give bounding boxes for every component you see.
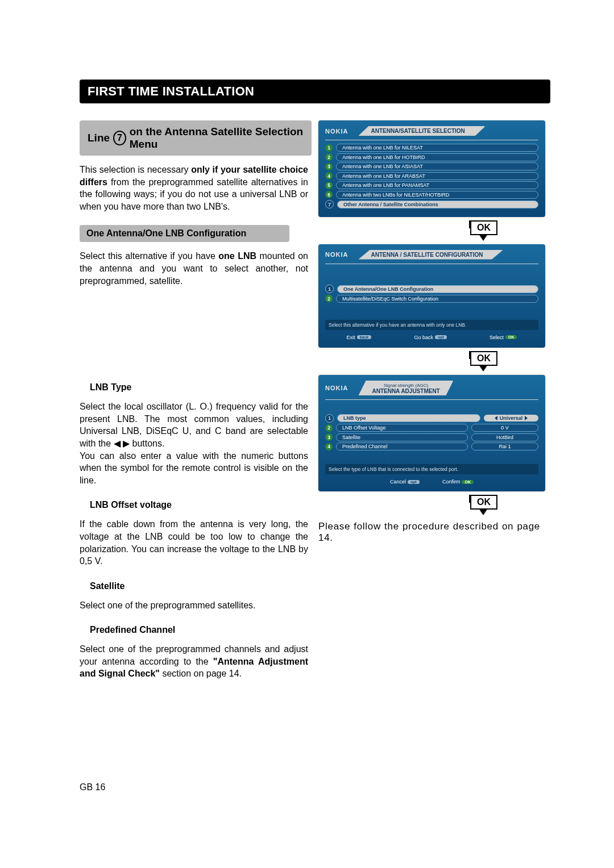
page-footer: GB 16 bbox=[80, 782, 308, 792]
ok-arrow-2: OK bbox=[426, 351, 540, 372]
item-label: Antenna with one LNB for ARABSAT bbox=[336, 172, 538, 180]
section-one-antenna: One Antenna/One LNB Configuration bbox=[80, 225, 289, 242]
arrow-down-icon bbox=[479, 508, 488, 515]
text: from the preprogrammed satellite alterna… bbox=[80, 177, 308, 211]
settings-value: Rai 1 bbox=[471, 443, 538, 450]
item-number-icon: 2 bbox=[325, 153, 333, 161]
page-section-header: FIRST TIME INSTALLATION bbox=[80, 80, 550, 103]
item-label: Multisatellite/DiSEqC Switch Configurati… bbox=[336, 295, 538, 303]
satellite-heading: Satellite bbox=[90, 581, 308, 591]
settings-value: HotBird bbox=[471, 433, 538, 441]
menu-item[interactable]: 2Multisatellite/DiSEqC Switch Configurat… bbox=[325, 295, 538, 303]
tv-title: ANTENNA/SATELLITE SELECTION bbox=[358, 126, 485, 136]
brand-logo: NOKIA bbox=[325, 385, 348, 391]
subheader-pre: Line bbox=[88, 132, 110, 144]
ok-label: OK bbox=[470, 220, 497, 235]
item-number-icon: 1 bbox=[325, 144, 333, 152]
predefined-channel-body: Select one of the preprogrammed channels… bbox=[80, 643, 308, 680]
predefined-channel-heading: Predefined Channel bbox=[90, 625, 308, 635]
circled-number: 7 bbox=[113, 131, 126, 145]
item-label: Antenna with one LNB for ASIASAT bbox=[336, 162, 538, 170]
item-number-icon: 5 bbox=[325, 182, 333, 189]
help-text: Select this alternative if you have an a… bbox=[325, 320, 538, 330]
chevron-left-icon bbox=[495, 416, 497, 420]
go-back-button[interactable]: Go back opt bbox=[414, 335, 447, 340]
item-label: Other Antenna / Satellite Combinations bbox=[337, 201, 538, 208]
menu-item[interactable]: 6Antenna with two LNBs for NILESAT/HOTBI… bbox=[325, 191, 538, 199]
value-text: Universal bbox=[500, 415, 523, 421]
settings-row[interactable]: 2LNB Offset Voltage0 V bbox=[325, 424, 538, 432]
right-column: NOKIA ANTENNA/SATELLITE SELECTION 1Anten… bbox=[318, 120, 540, 544]
menu-item[interactable]: 1One Antenna/One LNB Configuration bbox=[325, 285, 538, 293]
ok-arrow-1: OK bbox=[426, 220, 540, 241]
ok-label: OK bbox=[470, 495, 497, 510]
menu-item[interactable]: 2Antenna with one LNB for HOTBIRD bbox=[325, 153, 538, 161]
arrow-down-icon bbox=[479, 234, 488, 241]
tv-title: ANTENNA / SATELLITE CONFIGURATION bbox=[358, 250, 503, 260]
satellite-body: Select one of the preprogrammed satellit… bbox=[80, 599, 308, 612]
item-number-icon: 3 bbox=[325, 433, 333, 441]
select-button[interactable]: Select OK bbox=[489, 335, 517, 340]
lnb-offset-heading: LNB Offset voltage bbox=[90, 500, 308, 510]
settings-row[interactable]: 4Predefined ChannelRai 1 bbox=[325, 443, 538, 450]
item-number-icon: 1 bbox=[325, 414, 334, 423]
item-number-icon: 6 bbox=[325, 191, 333, 198]
tv-screen-configuration: NOKIA ANTENNA / SATELLITE CONFIGURATION … bbox=[318, 244, 545, 348]
item-number-icon: 4 bbox=[325, 443, 333, 450]
menu-item[interactable]: 1Antenna with one LNB for NILESAT bbox=[325, 144, 538, 152]
tv-screen-adjustment: NOKIA Signal strength (AGC) ANTENNA ADJU… bbox=[318, 375, 545, 492]
text-bold: one LNB bbox=[218, 251, 256, 261]
settings-label: Satellite bbox=[336, 433, 468, 441]
settings-label: LNB type bbox=[337, 414, 480, 422]
item-label: Antenna with one LNB for NILESAT bbox=[336, 144, 538, 152]
subheader-post: on the Antenna Satellite Selection Menu bbox=[130, 126, 304, 151]
cancel-button[interactable]: Cancel opt bbox=[390, 479, 420, 485]
section-one-body: Select this alternative if you have one … bbox=[80, 250, 308, 287]
procedure-note: Please follow the procedure described on… bbox=[318, 521, 540, 544]
item-number-icon: 4 bbox=[325, 172, 333, 180]
settings-row[interactable]: 1LNB typeUniversal bbox=[325, 414, 538, 423]
exit-button[interactable]: Exit back bbox=[347, 335, 372, 340]
menu-item[interactable]: 4Antenna with one LNB for ARABSAT bbox=[325, 172, 538, 180]
intro-paragraph: This selection is necessary only if your… bbox=[80, 164, 308, 212]
menu-item[interactable]: 3Antenna with one LNB for ASIASAT bbox=[325, 162, 538, 170]
lnb-type-heading: LNB Type bbox=[90, 382, 308, 393]
item-label: Antenna with one LNB for HOTBIRD bbox=[336, 153, 538, 161]
settings-value: 0 V bbox=[471, 424, 538, 432]
help-text: Select the type of LNB that is connected… bbox=[325, 464, 538, 474]
item-number-icon: 7 bbox=[325, 200, 334, 208]
left-column: Line 7 on the Antenna Satellite Selectio… bbox=[80, 120, 308, 792]
settings-label: LNB Offset Voltage bbox=[336, 424, 468, 432]
tv-title: Signal strength (AGC) ANTENNA ADJUSTMENT bbox=[358, 381, 453, 396]
confirm-button[interactable]: Confirm OK bbox=[442, 479, 474, 485]
settings-row[interactable]: 3SatelliteHotBird bbox=[325, 433, 538, 441]
menu-item[interactable]: 5Antenna with one LNB for PANAMSAT bbox=[325, 181, 538, 189]
lnb-type-body: Select the local oscillator (L. O.) freq… bbox=[80, 400, 308, 486]
menu-item[interactable]: 7Other Antenna / Satellite Combinations bbox=[325, 200, 538, 208]
item-label: Antenna with one LNB for PANAMSAT bbox=[336, 181, 538, 189]
chevron-right-icon bbox=[525, 416, 528, 420]
settings-value-selector[interactable]: Universal bbox=[484, 415, 538, 422]
item-number-icon: 3 bbox=[325, 163, 333, 170]
item-number-icon: 2 bbox=[325, 295, 333, 302]
ok-arrow-3: OK bbox=[426, 495, 540, 515]
text: Select this alternative if you have bbox=[80, 251, 218, 261]
ok-label: OK bbox=[470, 351, 497, 366]
item-number-icon: 1 bbox=[325, 285, 334, 293]
item-label: Antenna with two LNBs for NILESAT/HOTBIR… bbox=[336, 191, 538, 199]
lnb-offset-body: If the cable down from the antenna is ve… bbox=[80, 518, 308, 567]
subheader: Line 7 on the Antenna Satellite Selectio… bbox=[80, 120, 312, 156]
item-label: One Antenna/One LNB Configuration bbox=[337, 285, 538, 293]
item-number-icon: 2 bbox=[325, 424, 333, 432]
brand-logo: NOKIA bbox=[325, 251, 348, 258]
text: This selection is necessary bbox=[80, 165, 191, 174]
arrow-down-icon bbox=[479, 365, 488, 372]
text: section on page 14. bbox=[160, 669, 242, 678]
brand-logo: NOKIA bbox=[325, 128, 348, 135]
settings-label: Predefined Channel bbox=[336, 443, 468, 450]
tv-screen-antenna-selection: NOKIA ANTENNA/SATELLITE SELECTION 1Anten… bbox=[318, 120, 545, 217]
